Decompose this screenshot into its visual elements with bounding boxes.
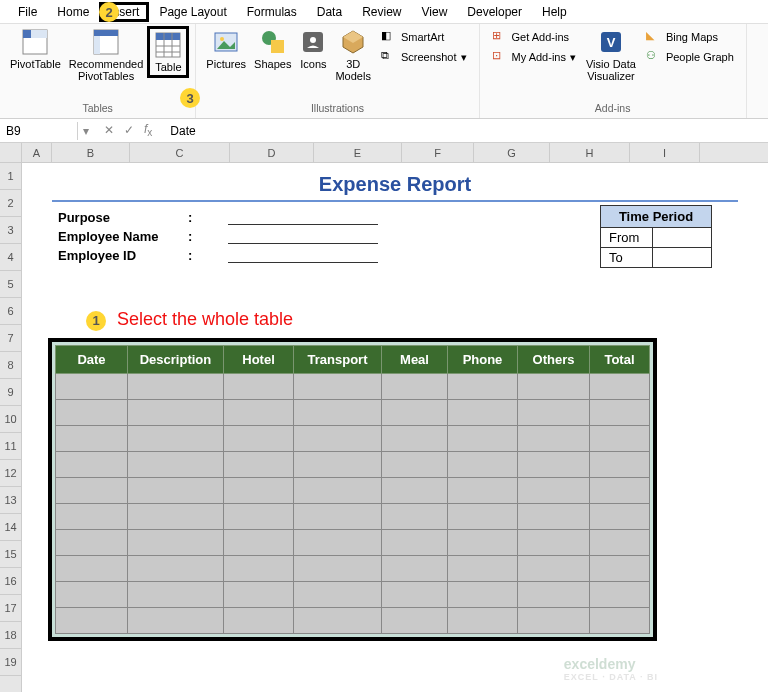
row-header-13[interactable]: 13 [0, 487, 21, 514]
table-cell[interactable] [448, 504, 518, 530]
table-cell[interactable] [518, 556, 590, 582]
table-cell[interactable] [56, 582, 128, 608]
row-header-19[interactable]: 19 [0, 649, 21, 676]
table-cell[interactable] [590, 608, 650, 634]
table-cell[interactable] [448, 452, 518, 478]
table-cell[interactable] [224, 452, 294, 478]
table-cell[interactable] [448, 478, 518, 504]
table-cell[interactable] [518, 452, 590, 478]
col-header-D[interactable]: D [230, 143, 314, 162]
table-cell[interactable] [128, 504, 224, 530]
icons-button[interactable]: Icons [295, 26, 331, 72]
col-header-C[interactable]: C [130, 143, 230, 162]
table-cell[interactable] [128, 452, 224, 478]
3d-models-button[interactable]: 3D Models [331, 26, 374, 84]
row-header-15[interactable]: 15 [0, 541, 21, 568]
row-header-16[interactable]: 16 [0, 568, 21, 595]
table-cell[interactable] [56, 608, 128, 634]
table-cell[interactable] [448, 608, 518, 634]
row-header-11[interactable]: 11 [0, 433, 21, 460]
table-cell[interactable] [590, 452, 650, 478]
table-cell[interactable] [590, 582, 650, 608]
col-header-G[interactable]: G [474, 143, 550, 162]
table-cell[interactable] [224, 504, 294, 530]
to-input[interactable] [653, 248, 711, 267]
table-cell[interactable] [294, 530, 382, 556]
table-cell[interactable] [294, 426, 382, 452]
menu-help[interactable]: Help [532, 2, 577, 22]
table-cell[interactable] [294, 400, 382, 426]
row-header-9[interactable]: 9 [0, 379, 21, 406]
table-cell[interactable] [128, 582, 224, 608]
pictures-button[interactable]: Pictures [202, 26, 250, 72]
purpose-input[interactable] [228, 211, 378, 225]
row-header-6[interactable]: 6 [0, 298, 21, 325]
table-cell[interactable] [382, 582, 448, 608]
row-header-3[interactable]: 3 [0, 217, 21, 244]
table-cell[interactable] [294, 478, 382, 504]
row-header-4[interactable]: 4 [0, 244, 21, 271]
table-cell[interactable] [56, 556, 128, 582]
table-cell[interactable] [294, 608, 382, 634]
table-cell[interactable] [224, 400, 294, 426]
table-cell[interactable] [590, 530, 650, 556]
table-cell[interactable] [294, 452, 382, 478]
table-cell[interactable] [382, 504, 448, 530]
table-cell[interactable] [448, 374, 518, 400]
col-header-F[interactable]: F [402, 143, 474, 162]
table-cell[interactable] [590, 374, 650, 400]
table-cell[interactable] [224, 608, 294, 634]
shapes-button[interactable]: Shapes [250, 26, 295, 72]
menu-formulas[interactable]: Formulas [237, 2, 307, 22]
menu-file[interactable]: File [8, 2, 47, 22]
table-cell[interactable] [224, 556, 294, 582]
row-header-14[interactable]: 14 [0, 514, 21, 541]
table-cell[interactable] [56, 478, 128, 504]
table-cell[interactable] [224, 582, 294, 608]
menu-developer[interactable]: Developer [457, 2, 532, 22]
table-cell[interactable] [128, 556, 224, 582]
table-button[interactable]: Table [147, 26, 189, 78]
people-graph-button[interactable]: ⚇People Graph [644, 48, 736, 66]
table-cell[interactable] [518, 400, 590, 426]
table-cell[interactable] [382, 452, 448, 478]
row-header-1[interactable]: 1 [0, 163, 21, 190]
col-header-B[interactable]: B [52, 143, 130, 162]
smartart-button[interactable]: ◧SmartArt [379, 28, 469, 46]
table-cell[interactable] [56, 374, 128, 400]
col-header-I[interactable]: I [630, 143, 700, 162]
menu-page-layout[interactable]: Page Layout [149, 2, 236, 22]
table-cell[interactable] [518, 374, 590, 400]
pivottable-button[interactable]: PivotTable [6, 26, 65, 72]
table-cell[interactable] [518, 582, 590, 608]
col-header-H[interactable]: H [550, 143, 630, 162]
name-box[interactable]: B9 [0, 122, 78, 140]
table-cell[interactable] [382, 556, 448, 582]
table-cell[interactable] [590, 556, 650, 582]
table-cell[interactable] [56, 504, 128, 530]
table-cell[interactable] [224, 426, 294, 452]
row-header-7[interactable]: 7 [0, 325, 21, 352]
table-cell[interactable] [382, 478, 448, 504]
table-cell[interactable] [448, 426, 518, 452]
table-cell[interactable] [518, 530, 590, 556]
table-cell[interactable] [448, 530, 518, 556]
table-cell[interactable] [448, 582, 518, 608]
row-header-8[interactable]: 8 [0, 352, 21, 379]
table-cell[interactable] [382, 374, 448, 400]
table-cell[interactable] [382, 400, 448, 426]
table-cell[interactable] [128, 478, 224, 504]
table-cell[interactable] [382, 530, 448, 556]
col-header-E[interactable]: E [314, 143, 402, 162]
bing-maps-button[interactable]: ◣Bing Maps [644, 28, 736, 46]
employee-name-input[interactable] [228, 230, 378, 244]
table-cell[interactable] [518, 608, 590, 634]
table-cell[interactable] [56, 452, 128, 478]
table-cell[interactable] [56, 426, 128, 452]
table-cell[interactable] [128, 530, 224, 556]
fx-icon[interactable]: fx [144, 122, 152, 138]
table-cell[interactable] [518, 426, 590, 452]
table-cell[interactable] [56, 400, 128, 426]
table-cell[interactable] [448, 556, 518, 582]
table-cell[interactable] [128, 608, 224, 634]
